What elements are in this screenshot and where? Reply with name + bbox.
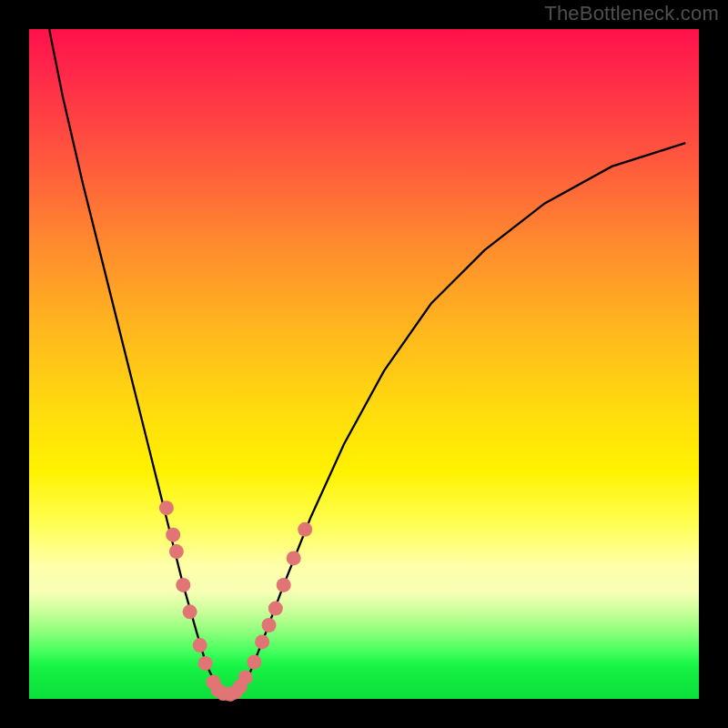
- sample-marker: [287, 551, 301, 565]
- sample-marker: [183, 604, 197, 619]
- sample-marker: [277, 578, 291, 592]
- sample-marker: [262, 618, 277, 632]
- watermark-text: TheBottleneck.com: [544, 2, 719, 25]
- sample-marker: [268, 602, 283, 616]
- chart-frame: TheBottleneck.com: [0, 0, 728, 728]
- marker-group: [159, 500, 312, 702]
- sample-marker: [169, 544, 184, 559]
- sample-marker: [247, 655, 261, 670]
- plot-area: [29, 29, 699, 699]
- sample-marker: [298, 522, 312, 537]
- sample-marker: [255, 634, 269, 649]
- bottleneck-curve: [49, 29, 685, 694]
- sample-marker: [198, 656, 213, 671]
- sample-marker: [238, 670, 253, 684]
- sample-marker: [159, 500, 174, 515]
- sample-marker: [166, 528, 180, 542]
- sample-marker: [176, 578, 190, 592]
- curve-svg: [29, 29, 699, 699]
- sample-marker: [193, 638, 207, 652]
